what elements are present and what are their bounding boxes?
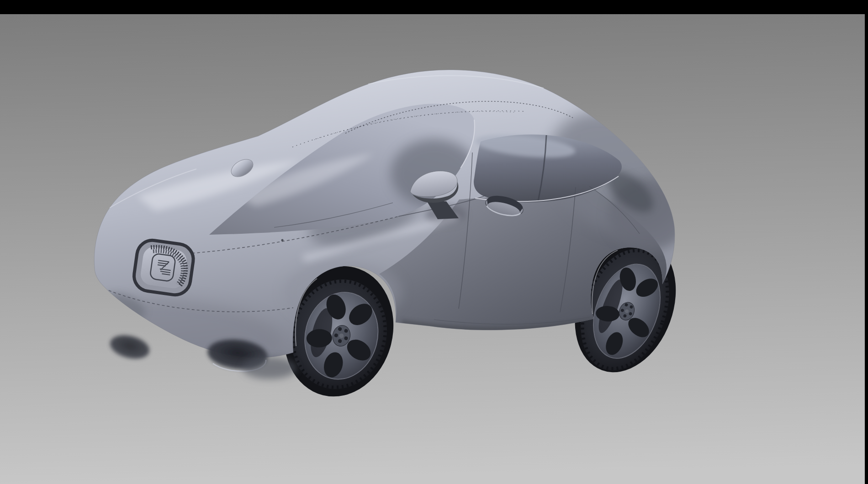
front-grille[interactable] (132, 238, 195, 297)
top-black-bar (0, 0, 868, 14)
surface-marker-dot (281, 239, 284, 242)
viewport-3d[interactable] (0, 0, 868, 484)
right-black-bar (865, 0, 868, 484)
app-window (0, 0, 868, 484)
under-bumper-shade (242, 357, 297, 379)
